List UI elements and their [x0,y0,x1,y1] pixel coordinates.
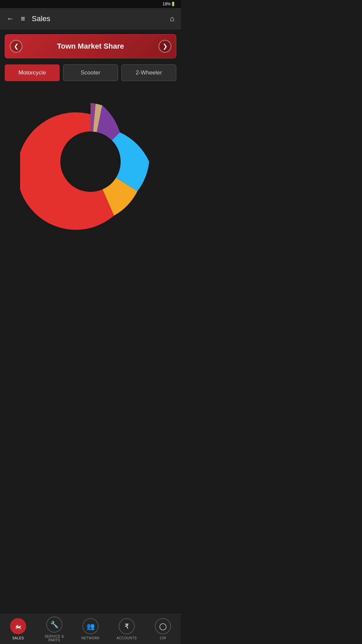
filter-tabs: Motorcycle Scooter 2-Wheeler [5,64,176,81]
chevron-left-icon: ❮ [14,43,19,50]
battery-icon: 🔋 [171,2,176,6]
status-bar: 18% 🔋 [0,0,181,8]
banner: ❮ Town Market Share ❯ [5,34,176,58]
battery-percentage: 18% [163,2,171,6]
menu-button[interactable]: ≡ [21,14,25,23]
tab-motorcycle[interactable]: Motorcycle [5,64,60,81]
home-button[interactable]: ⌂ [170,14,174,23]
tab-2wheeler[interactable]: 2-Wheeler [121,64,176,81]
chart-center-hole [60,131,121,192]
toolbar: ← ≡ Sales ⌂ [0,8,181,30]
back-button[interactable]: ← [7,14,14,23]
chevron-right-icon: ❯ [163,43,168,50]
banner-next-button[interactable]: ❯ [159,40,171,53]
page-title: Sales [32,14,163,23]
donut-chart [20,91,161,232]
tab-scooter[interactable]: Scooter [63,64,118,81]
banner-title: Town Market Share [22,42,159,51]
chart-svg [20,91,161,232]
banner-prev-button[interactable]: ❮ [10,40,22,53]
